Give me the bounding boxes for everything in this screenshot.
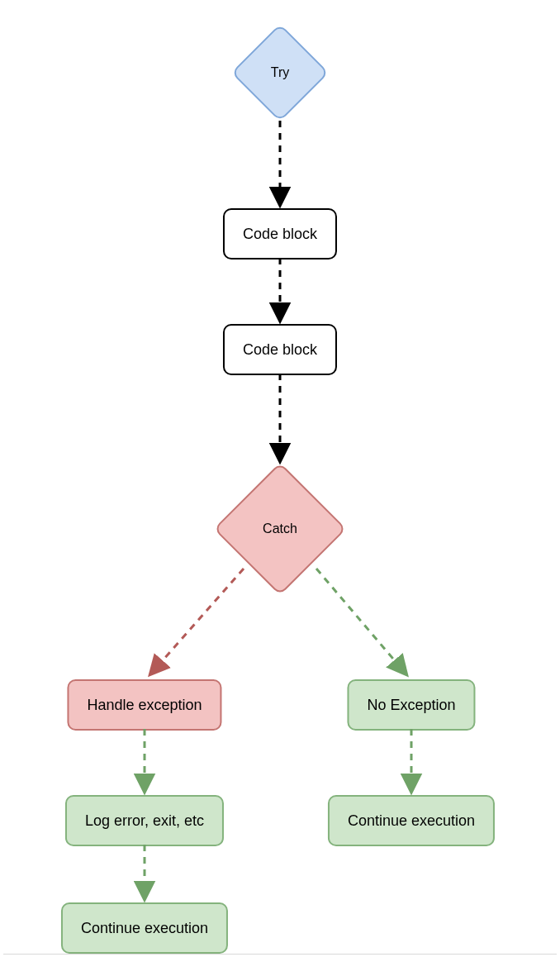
node-continue-left-label: Continue execution	[81, 920, 208, 937]
node-try: Try	[231, 24, 330, 122]
flowchart-canvas: Try Code block Code block Catch Handle e…	[0, 0, 560, 957]
edge-catch-to-handle	[150, 569, 244, 674]
node-log-error: Log error, exit, etc	[65, 795, 224, 846]
node-code-block-1-label: Code block	[243, 226, 317, 243]
node-continue-left: Continue execution	[61, 902, 228, 954]
node-log-error-label: Log error, exit, etc	[85, 812, 204, 830]
node-no-exception: No Exception	[347, 679, 475, 731]
node-try-label: Try	[247, 40, 313, 106]
node-no-exception-label: No Exception	[367, 697, 455, 714]
bottom-divider	[3, 954, 557, 955]
node-handle-exception: Handle exception	[67, 679, 221, 731]
edge-catch-to-noexception	[316, 569, 406, 674]
node-continue-right: Continue execution	[328, 795, 495, 846]
node-handle-exception-label: Handle exception	[87, 697, 202, 714]
node-catch: Catch	[213, 462, 346, 595]
node-code-block-1: Code block	[223, 208, 337, 259]
node-catch-label: Catch	[235, 483, 325, 574]
node-code-block-2-label: Code block	[243, 341, 317, 359]
node-code-block-2: Code block	[223, 324, 337, 375]
node-continue-right-label: Continue execution	[348, 812, 475, 830]
